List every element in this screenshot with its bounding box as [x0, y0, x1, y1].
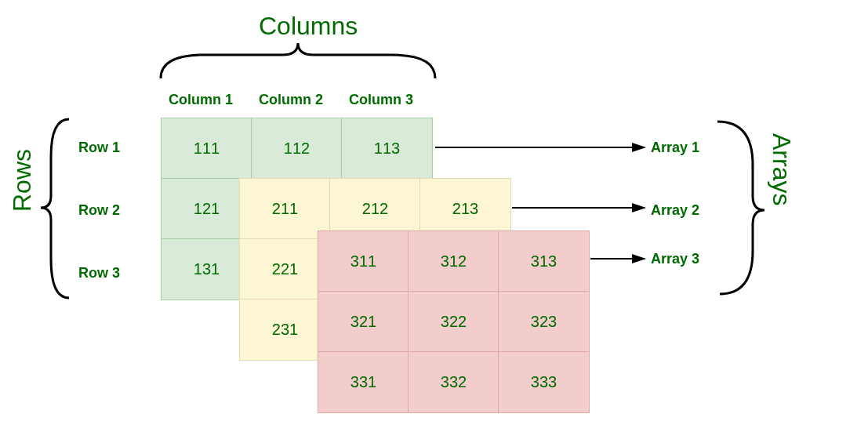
connectors: [0, 0, 868, 432]
brace-arrays: [717, 122, 764, 294]
brace-rows: [41, 119, 69, 298]
brace-columns: [161, 43, 435, 78]
